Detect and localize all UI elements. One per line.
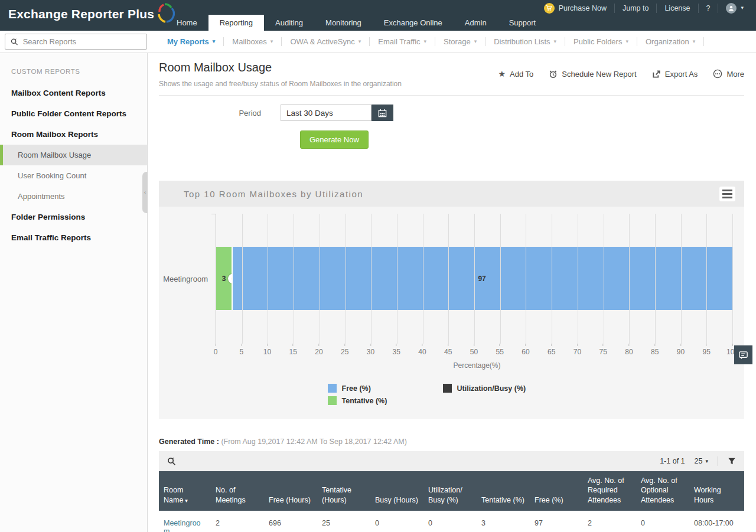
gridline — [500, 214, 501, 344]
tick-mark — [344, 344, 345, 346]
legend-label: Utilization/Busy (%) — [457, 384, 526, 393]
legend-item-free[interactable]: Free (%) — [328, 384, 443, 393]
tick-mark — [706, 344, 707, 346]
search-reports-input[interactable] — [23, 37, 141, 46]
x-axis-ticks: 0510152025303540455055606570758085909510… — [216, 344, 732, 357]
reportnav-public-folders[interactable]: Public Folders▾ — [565, 37, 637, 46]
col-header-utilization-busy[interactable]: Utilization/ Busy (%) — [423, 471, 477, 511]
col-header-tentative[interactable]: Tentative (%) — [477, 471, 530, 511]
nav-item-monitoring[interactable]: Monitoring — [314, 15, 373, 31]
reportnav-organization[interactable]: Organization▾ — [637, 37, 703, 46]
chart-header: Top 10 Room Mailboxes by Utilization — [159, 181, 744, 207]
schedule-new-report-button[interactable]: Schedule New Report — [549, 70, 636, 79]
add-to-button[interactable]: ★ Add To — [498, 70, 533, 79]
col-header-no-of-meetings[interactable]: No. of Meetings — [211, 471, 264, 511]
chevron-down-icon: ▾ — [359, 39, 361, 44]
nav-item-exchange-online[interactable]: Exchange Online — [373, 15, 454, 31]
col-header-avg-no-of-required-attendees[interactable]: Avg. No. of Required Attendees — [583, 471, 636, 511]
x-tick: 5 — [239, 344, 243, 356]
purchase-now-button[interactable]: Purchase Now — [536, 4, 615, 13]
purchase-now-label: Purchase Now — [559, 4, 607, 12]
export-as-button[interactable]: Export As — [652, 70, 698, 79]
chevron-down-icon: ▾ — [693, 39, 696, 44]
more-label: More — [726, 70, 744, 79]
sidebar-item-room-mailbox-reports[interactable]: Room Mailbox Reports — [0, 124, 147, 145]
reportnav-owa-activesync[interactable]: OWA & ActiveSync▾ — [282, 37, 369, 46]
sidebar-item-mailbox-content-reports[interactable]: Mailbox Content Reports — [0, 83, 147, 103]
star-icon: ★ — [498, 70, 506, 78]
sidebar-item-user-booking-count[interactable]: User Booking Count — [0, 165, 147, 186]
gridline — [423, 214, 423, 344]
menu-divider — [703, 37, 704, 46]
col-header-free-hours[interactable]: Free (Hours) — [264, 471, 317, 511]
nav-item-auditing[interactable]: Auditing — [264, 15, 314, 31]
license-button[interactable]: License — [657, 4, 698, 13]
menu-label: Storage — [444, 37, 471, 46]
sidebar-item-folder-permissions[interactable]: Folder Permissions — [0, 207, 147, 227]
feedback-button[interactable] — [734, 345, 752, 364]
generate-now-button[interactable]: Generate Now — [300, 130, 369, 149]
sidebar-item-appointments[interactable]: Appointments — [0, 186, 147, 207]
nav-item-reporting[interactable]: Reporting — [208, 15, 264, 31]
nav-item-home[interactable]: Home — [165, 15, 208, 31]
cell-no-of-meetings: 2 — [211, 511, 264, 532]
gridline — [629, 214, 630, 344]
search-reports-box[interactable] — [5, 34, 147, 50]
x-tick-label: 90 — [677, 348, 685, 356]
tick-mark — [474, 344, 474, 346]
nav-item-admin[interactable]: Admin — [454, 15, 498, 31]
tick-mark — [396, 344, 397, 346]
reportnav-mailboxes[interactable]: Mailboxes▾ — [224, 37, 281, 46]
page-size-dropdown[interactable]: 25 ▾ — [695, 457, 708, 465]
report-description: Shows the usage and free/busy status of … — [159, 80, 402, 88]
help-button[interactable]: ? — [699, 4, 719, 13]
cell-room-name[interactable]: Meetingroom — [159, 511, 211, 532]
sidebar-items: Mailbox Content ReportsPublic Folder Con… — [0, 83, 147, 248]
more-button[interactable]: More — [713, 69, 744, 79]
legend-item-utilization-busy[interactable]: Utilization/Busy (%) — [443, 384, 570, 393]
x-tick: 55 — [496, 344, 504, 356]
col-header-busy-hours[interactable]: Busy (Hours) — [370, 471, 423, 511]
col-header-free[interactable]: Free (%) — [530, 471, 583, 511]
x-tick: 45 — [444, 344, 452, 356]
chevron-down-icon: ▾ — [741, 5, 744, 11]
sidebar-item-email-traffic-reports[interactable]: Email Traffic Reports — [0, 227, 147, 248]
col-header-label: Working Hours — [694, 486, 721, 504]
user-menu[interactable]: ▾ — [718, 4, 751, 13]
x-tick-label: 95 — [703, 348, 711, 356]
filter-icon[interactable] — [728, 457, 736, 465]
period-input[interactable] — [281, 105, 372, 121]
reportnav-email-traffic[interactable]: Email Traffic▾ — [370, 37, 435, 46]
gridline — [578, 214, 578, 344]
reportnav-storage[interactable]: Storage▾ — [435, 37, 485, 46]
gridline — [320, 214, 320, 344]
legend-swatch — [328, 396, 337, 405]
sidebar: CUSTOM REPORTS Mailbox Content ReportsPu… — [0, 53, 148, 532]
chart-menu-icon[interactable] — [719, 187, 735, 201]
nav-item-support[interactable]: Support — [498, 15, 548, 31]
calendar-button[interactable] — [372, 105, 393, 121]
period-label: Period — [159, 109, 281, 118]
legend-item-tentative[interactable]: Tentative (%) — [328, 396, 443, 405]
table-search-icon[interactable] — [167, 457, 176, 466]
x-tick-label: 35 — [393, 348, 400, 356]
sidebar-item-public-folder-content-reports[interactable]: Public Folder Content Reports — [0, 103, 147, 124]
x-tick-label: 80 — [625, 348, 633, 356]
col-header-working-hours[interactable]: Working Hours — [689, 471, 744, 511]
sidebar-item-room-mailbox-usage[interactable]: Room Mailbox Usage — [0, 145, 147, 165]
sidebar-collapse-handle[interactable]: ‹ — [142, 172, 148, 213]
col-header-label: Free (Hours) — [269, 496, 311, 504]
col-header-avg-no-of-optional-attendees[interactable]: Avg. No. of Optional Attendees — [636, 471, 689, 511]
chevron-down-icon: ▾ — [424, 39, 427, 44]
col-header-room-name[interactable]: Room Name▾ — [159, 471, 211, 511]
col-header-tentative-hours[interactable]: Tentative (Hours) — [317, 471, 370, 511]
tick-mark — [500, 344, 500, 346]
jump-to-button[interactable]: Jump to — [615, 4, 657, 13]
chart-plot: Meetingroom 3097 — [216, 214, 732, 344]
col-header-label: Busy (Hours) — [375, 496, 418, 504]
help-label: ? — [706, 4, 711, 12]
page-title: Room Mailbox Usage — [159, 61, 402, 74]
reportnav-distribution-lists[interactable]: Distribution Lists▾ — [485, 37, 565, 46]
col-header-label: Utilization/ Busy (%) — [428, 486, 462, 504]
reportnav-my-reports[interactable]: My Reports▾ — [159, 37, 223, 46]
